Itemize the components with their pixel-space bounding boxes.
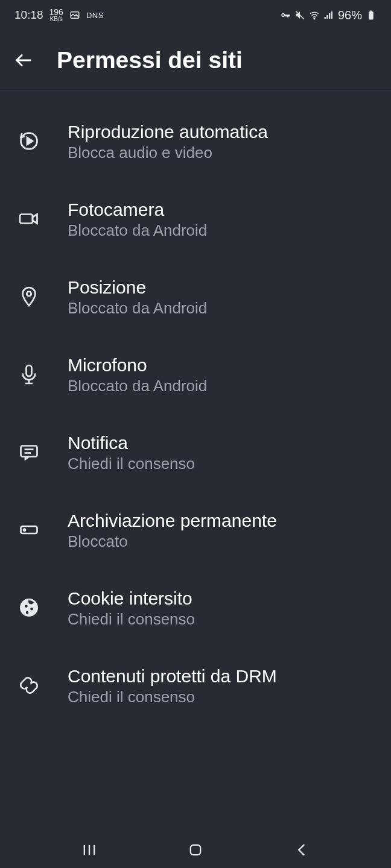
permission-subtitle: Chiedi il consenso (68, 610, 195, 629)
svg-point-13 (27, 292, 31, 297)
permission-title: Cookie intersito (68, 588, 195, 609)
svg-rect-15 (21, 446, 37, 457)
svg-rect-14 (27, 365, 32, 376)
mute-icon (294, 10, 305, 20)
notification-icon (14, 438, 43, 467)
svg-point-19 (24, 529, 25, 531)
app-header: Permessi dei siti (0, 30, 391, 90)
svg-point-3 (314, 18, 315, 19)
status-network-speed: 196 KB/s (49, 8, 63, 22)
permission-title: Riproduzione automatica (68, 122, 268, 142)
nav-home-button[interactable] (177, 838, 214, 862)
status-bar: 10:18 196 KB/s DNS 96% (0, 0, 391, 30)
svg-point-1 (282, 14, 285, 17)
status-right: 96% (280, 8, 377, 22)
camera-icon (14, 204, 43, 233)
permission-microphone[interactable]: Microfono Bloccato da Android (0, 342, 391, 420)
back-button[interactable] (13, 50, 34, 71)
permission-subtitle: Bloccato (68, 532, 277, 551)
permission-subtitle: Chiedi il consenso (68, 454, 195, 473)
svg-rect-9 (370, 11, 372, 12)
permission-subtitle: Bloccato da Android (68, 377, 207, 395)
svg-rect-12 (20, 215, 33, 224)
permission-subtitle: Blocca audio e video (68, 143, 268, 162)
svg-rect-8 (369, 11, 374, 20)
autoplay-icon (14, 127, 43, 156)
navigation-bar (0, 832, 391, 868)
drm-icon (14, 671, 43, 700)
permission-title: Archiviazione permanente (68, 511, 277, 531)
status-left: 10:18 196 KB/s DNS (14, 8, 104, 22)
battery-icon (366, 10, 377, 20)
location-icon (14, 282, 43, 311)
permission-title: Microfono (68, 355, 207, 376)
microphone-icon (14, 360, 43, 389)
permission-title: Fotocamera (68, 200, 207, 220)
nav-recents-button[interactable] (71, 838, 107, 862)
permission-subtitle: Bloccato da Android (68, 221, 207, 240)
cookie-icon (14, 593, 43, 622)
svg-rect-7 (331, 11, 332, 19)
page-title: Permessi dei siti (57, 47, 243, 74)
vpn-key-icon (280, 10, 291, 20)
svg-rect-6 (329, 13, 330, 19)
storage-icon (14, 515, 43, 544)
signal-icon (323, 10, 334, 20)
permission-title: Posizione (68, 277, 207, 298)
battery-percentage: 96% (338, 8, 362, 22)
permission-notification[interactable]: Notifica Chiedi il consenso (0, 420, 391, 497)
wifi-icon (309, 10, 320, 20)
nav-back-button[interactable] (284, 838, 320, 862)
image-icon (69, 10, 80, 20)
status-time: 10:18 (14, 8, 43, 22)
permissions-list: Riproduzione automatica Blocca audio e v… (0, 90, 391, 731)
permission-autoplay[interactable]: Riproduzione automatica Blocca audio e v… (0, 108, 391, 186)
permission-drm[interactable]: Contenuti protetti da DRM Chiedi il cons… (0, 653, 391, 731)
dns-indicator: DNS (86, 11, 104, 20)
svg-rect-5 (326, 15, 328, 19)
permission-storage[interactable]: Archiviazione permanente Bloccato (0, 497, 391, 575)
permission-subtitle: Chiedi il consenso (68, 688, 277, 706)
permission-cookie[interactable]: Cookie intersito Chiedi il consenso (0, 575, 391, 653)
svg-rect-4 (324, 17, 325, 19)
permission-title: Contenuti protetti da DRM (68, 666, 277, 687)
svg-rect-23 (191, 845, 200, 855)
permission-subtitle: Bloccato da Android (68, 299, 207, 318)
permission-title: Notifica (68, 433, 195, 453)
permission-location[interactable]: Posizione Bloccato da Android (0, 264, 391, 342)
permission-camera[interactable]: Fotocamera Bloccato da Android (0, 186, 391, 264)
